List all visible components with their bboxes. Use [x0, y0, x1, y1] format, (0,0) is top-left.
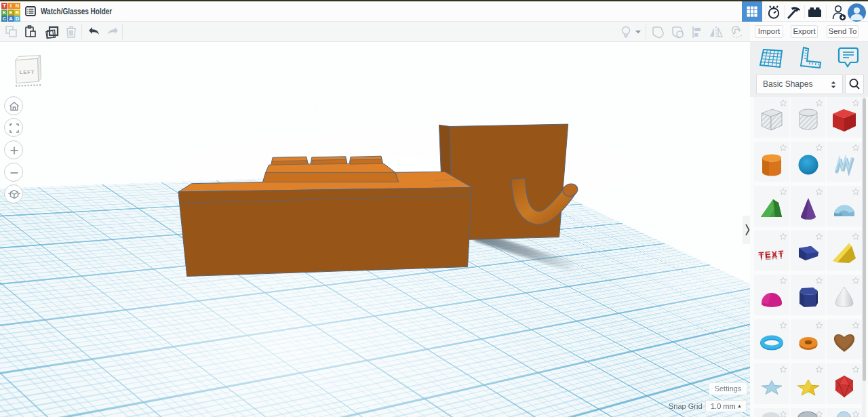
svg-text:LEFT: LEFT: [20, 69, 35, 75]
svg-text:TEXT: TEXT: [758, 250, 784, 262]
